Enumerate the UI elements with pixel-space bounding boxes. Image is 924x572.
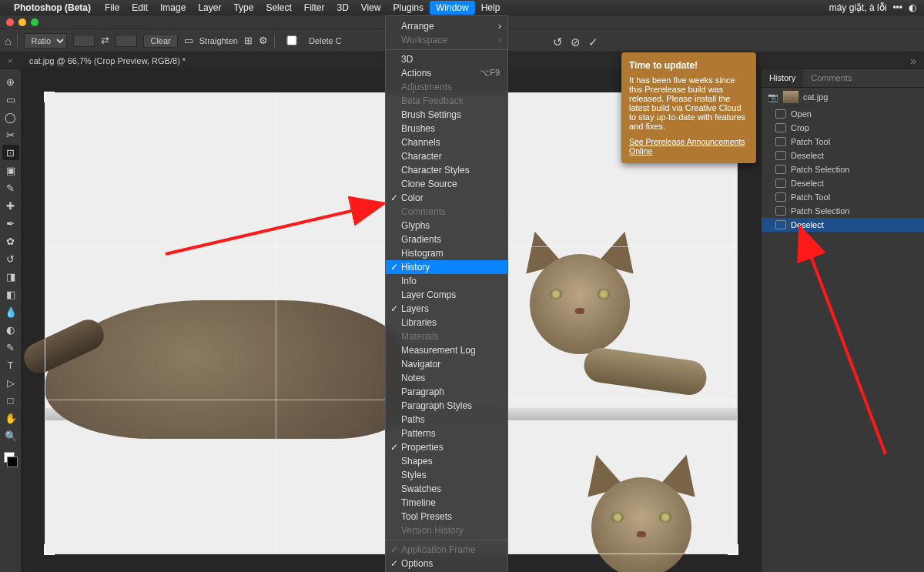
gear-icon[interactable]: ⚙ (259, 35, 268, 46)
menu-edit[interactable]: Edit (126, 1, 154, 15)
eraser-tool[interactable]: ◨ (2, 269, 19, 284)
hand-tool[interactable]: ✋ (2, 410, 19, 426)
ratio-w-input[interactable] (73, 35, 95, 47)
menu-item-layer-comps[interactable]: Layer Comps (386, 288, 507, 302)
history-doc-row[interactable]: 📷 cat.jpg (762, 88, 924, 107)
menu-item-color[interactable]: Color (386, 191, 507, 205)
menu-item-options[interactable]: Options (386, 557, 507, 570)
menu-item-brushes[interactable]: Brushes (386, 122, 507, 135)
commit-icon[interactable]: ✓ (588, 35, 598, 49)
menu-item-glyphs[interactable]: Glyphs (386, 219, 507, 232)
menu-item-styles[interactable]: Styles (386, 468, 507, 482)
heal-tool[interactable]: ✚ (2, 198, 19, 213)
history-row[interactable]: Patch Selection (762, 204, 924, 218)
eyedropper-tool[interactable]: ✎ (2, 180, 19, 196)
menu-item-arrange[interactable]: Arrange (386, 19, 507, 33)
quick-select-tool[interactable]: ✂ (2, 127, 19, 142)
crop-tool[interactable]: ⊡ (2, 145, 19, 160)
crop-handle-bl[interactable] (44, 544, 55, 555)
brush-tool[interactable]: ✒ (2, 216, 19, 231)
tab-history[interactable]: History (762, 69, 803, 87)
menu-3d[interactable]: 3D (330, 1, 354, 15)
pen-tool[interactable]: ✎ (2, 340, 19, 355)
menu-item-navigator[interactable]: Navigator (386, 357, 507, 371)
app-name[interactable]: Photoshop (Beta) (14, 2, 91, 13)
menu-item-gradients[interactable]: Gradients (386, 232, 507, 246)
menu-plugins[interactable]: Plugins (387, 1, 430, 15)
delete-cropped-checkbox[interactable] (281, 35, 303, 45)
ratio-select[interactable]: Ratio (24, 33, 67, 49)
color-swatch[interactable] (5, 452, 16, 473)
menu-select[interactable]: Select (259, 1, 297, 15)
more-icon[interactable]: ••• (892, 2, 902, 13)
menu-item-paths[interactable]: Paths (386, 413, 507, 426)
menu-item-channels[interactable]: Channels (386, 135, 507, 149)
path-tool[interactable]: ▷ (2, 375, 19, 390)
dodge-tool[interactable]: ◐ (2, 322, 19, 337)
menu-window[interactable]: Window (430, 1, 475, 15)
menu-item-swatches[interactable]: Swatches (386, 482, 507, 496)
menu-filter[interactable]: Filter (298, 1, 331, 15)
stamp-tool[interactable]: ✿ (2, 233, 19, 249)
menu-item-3d[interactable]: 3D (386, 52, 507, 66)
crop-handle-br[interactable] (728, 544, 738, 555)
zoom-tool[interactable]: 🔍 (2, 428, 19, 443)
tab-comments[interactable]: Comments (803, 69, 859, 87)
menu-item-patterns[interactable]: Patterns (386, 426, 507, 440)
clear-button[interactable]: Clear (143, 34, 177, 48)
menu-type[interactable]: Type (227, 1, 259, 15)
minimize-window[interactable] (18, 18, 26, 26)
menu-image[interactable]: Image (154, 1, 192, 15)
close-window[interactable] (6, 18, 14, 26)
menu-help[interactable]: Help (475, 1, 507, 15)
menu-item-paragraph[interactable]: Paragraph (386, 385, 507, 399)
type-tool[interactable]: T (2, 357, 19, 373)
toggle-icon[interactable]: ◐ (909, 2, 916, 13)
crop-handle-tl[interactable] (44, 92, 55, 102)
history-row[interactable]: Open (762, 107, 924, 121)
menu-item-character[interactable]: Character (386, 149, 507, 163)
marquee-tool[interactable]: ▭ (2, 92, 19, 107)
history-row[interactable]: Crop (762, 121, 924, 135)
lasso-tool[interactable]: ◯ (2, 109, 19, 125)
frame-tool[interactable]: ▣ (2, 162, 19, 178)
menu-item-histogram[interactable]: Histogram (386, 246, 507, 260)
straighten-icon[interactable]: ▭ (184, 35, 193, 46)
menu-file[interactable]: File (99, 1, 126, 15)
cancel-icon[interactable]: ⊘ (571, 35, 581, 49)
menu-item-notes[interactable]: Notes (386, 371, 507, 385)
gradient-tool[interactable]: ◧ (2, 286, 19, 302)
toast-link[interactable]: See Prerelease Announcements Online (629, 137, 748, 156)
history-row[interactable]: Patch Tool (762, 190, 924, 204)
menu-item-measurement-log[interactable]: Measurement Log (386, 343, 507, 357)
grid-icon[interactable]: ⊞ (244, 35, 253, 46)
ratio-h-input[interactable] (116, 35, 137, 47)
menu-item-brush-settings[interactable]: Brush Settings (386, 108, 507, 122)
menu-item-paragraph-styles[interactable]: Paragraph Styles (386, 399, 507, 413)
straighten-label[interactable]: Straighten (199, 36, 238, 45)
menu-item-clone-source[interactable]: Clone Source (386, 177, 507, 191)
history-row[interactable]: Deselect (762, 176, 924, 190)
panel-collapse[interactable]: » (910, 55, 916, 67)
menu-item-info[interactable]: Info (386, 274, 507, 288)
blur-tool[interactable]: 💧 (2, 304, 19, 319)
tab-close-x[interactable]: × (8, 56, 12, 65)
menu-view[interactable]: View (355, 1, 387, 15)
menu-item-history[interactable]: History (386, 260, 507, 274)
home-icon[interactable]: ⌂ (5, 35, 11, 47)
menu-item-properties[interactable]: Properties (386, 440, 507, 454)
move-tool[interactable]: ⊕ (2, 74, 19, 89)
history-row[interactable]: Deselect (762, 149, 924, 162)
menu-item-actions[interactable]: Actions⌥F9 (386, 66, 507, 80)
maximize-window[interactable] (31, 18, 38, 26)
history-brush-tool[interactable]: ↺ (2, 251, 19, 266)
undo-icon[interactable]: ↺ (553, 35, 563, 49)
menu-item-libraries[interactable]: Libraries (386, 316, 507, 329)
document-tab[interactable]: cat.jpg @ 66,7% (Crop Preview, RGB/8) * (23, 56, 192, 65)
menu-item-tool-presets[interactable]: Tool Presets (386, 510, 507, 523)
history-row[interactable]: Patch Tool (762, 135, 924, 149)
shape-tool[interactable]: □ (2, 393, 19, 408)
menu-item-character-styles[interactable]: Character Styles (386, 163, 507, 177)
menu-item-layers[interactable]: Layers (386, 302, 507, 316)
history-row[interactable]: Patch Selection (762, 162, 924, 176)
